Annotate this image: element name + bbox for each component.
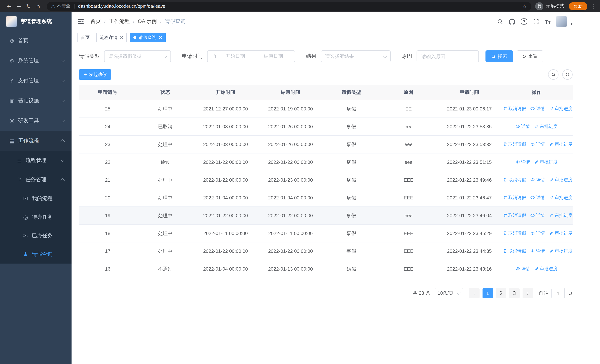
detail-link[interactable]: 详情 (531, 248, 545, 254)
cell-id: 16 (79, 260, 136, 278)
sidebar-item-devtools[interactable]: ⚒ 研发工具 (0, 111, 72, 131)
refresh-icon: ↻ (522, 54, 526, 59)
table-row: 19 处理中 2022-01-22 00:00:00 2022-01-22 00… (79, 207, 572, 224)
approval-progress-link[interactable]: 审批进度 (549, 141, 572, 148)
fullscreen-icon[interactable] (533, 18, 539, 25)
tab-leave-query[interactable]: 请假查询 × (130, 33, 166, 42)
approval-progress-link[interactable]: 审批进度 (534, 123, 558, 130)
approval-progress-link[interactable]: 审批进度 (549, 248, 572, 254)
date-range-picker[interactable]: 开始日期 - 结束日期 (207, 50, 295, 62)
browser-chrome: ← → ↻ ⌂ ⚠ 不安全 dashboard.yudao.iocoder.cn… (0, 0, 600, 12)
pen-icon (549, 142, 554, 147)
goto-page-input[interactable] (552, 288, 565, 299)
browser-update-button[interactable]: 更新 (569, 2, 587, 10)
sidebar-item-leave-query[interactable]: ♟ 请假查询 (0, 245, 72, 263)
browser-reload-icon[interactable]: ↻ (24, 3, 33, 9)
detail-link[interactable]: 详情 (531, 212, 545, 219)
sidebar-item-infrastructure[interactable]: ▣ 基础设施 (0, 91, 72, 111)
cancel-leave-link[interactable]: 取消请假 (503, 141, 526, 148)
chevron-down-icon (61, 78, 65, 82)
close-icon[interactable]: × (159, 35, 162, 40)
address-bar[interactable]: ⚠ 不安全 dashboard.yudao.iocoder.cn/bpm/oa/… (47, 2, 531, 10)
detail-link[interactable]: 详情 (516, 159, 530, 165)
sidebar-collapse-icon[interactable] (77, 18, 84, 25)
approval-progress-link[interactable]: 审批进度 (549, 230, 572, 236)
start-date-input[interactable]: 开始日期 (218, 53, 253, 60)
browser-menu-icon[interactable]: ⋮ (591, 3, 596, 9)
cell-apply-time: 2022-01-22 23:46:04 (438, 207, 501, 224)
detail-link[interactable]: 详情 (531, 141, 545, 148)
sidebar-item-workflow[interactable]: ▤ 工作流程 (0, 131, 72, 151)
tools-icon: ⚒ (7, 118, 16, 124)
approval-progress-link[interactable]: 审批进度 (549, 195, 572, 201)
cancel-leave-link[interactable]: 取消请假 (503, 230, 526, 236)
browser-forward-icon[interactable]: → (14, 3, 24, 9)
sidebar-item-home[interactable]: ⊛ 首页 (0, 31, 72, 51)
page-button-2[interactable]: 2 (496, 288, 506, 299)
total-count: 共 23 条 (413, 290, 430, 297)
caret-down-icon[interactable]: ▾ (571, 21, 572, 27)
breadcrumb-home[interactable]: 首页 (90, 18, 101, 25)
end-date-input[interactable]: 结束日期 (256, 53, 291, 60)
cancel-leave-link[interactable]: 取消请假 (503, 248, 526, 254)
cancel-leave-link[interactable]: 取消请假 (503, 177, 526, 183)
detail-link[interactable]: 详情 (531, 230, 545, 236)
leave-type-select[interactable]: 请选择请假类型 (104, 50, 171, 62)
approval-progress-link[interactable]: 审批进度 (534, 266, 558, 272)
tab-process-detail[interactable]: 流程详情 × (96, 33, 127, 42)
page-size-select[interactable]: 10条/页 (435, 288, 463, 299)
github-icon[interactable] (509, 18, 515, 25)
search-icon[interactable] (497, 18, 503, 25)
result-select[interactable]: 请选择流结果 (321, 50, 391, 62)
warning-icon: ⚠ (51, 3, 55, 9)
cancel-leave-link[interactable]: 取消请假 (503, 212, 526, 219)
site-security-status[interactable]: ⚠ 不安全 (51, 3, 70, 9)
sidebar-item-task-management[interactable]: ⚐ 任务管理 (0, 170, 72, 189)
page-button-1[interactable]: 1 (483, 288, 493, 299)
cell-apply-time: 2022-01-22 23:53:35 (438, 118, 501, 135)
col-id: 申请编号 (79, 85, 136, 100)
toggle-search-button[interactable] (548, 69, 559, 80)
create-leave-button[interactable]: + 发起请假 (79, 69, 111, 80)
browser-back-icon[interactable]: ← (4, 3, 14, 9)
font-size-icon[interactable]: TT (545, 18, 551, 25)
detail-link[interactable]: 详情 (516, 266, 530, 272)
sidebar-item-todo-tasks[interactable]: ◎ 待办任务 (0, 208, 72, 226)
page-button-3[interactable]: 3 (509, 288, 520, 299)
detail-link[interactable]: 详情 (516, 123, 530, 130)
help-icon[interactable]: ? (521, 18, 527, 25)
cell-reason: EEE (379, 224, 438, 242)
approval-progress-link[interactable]: 审批进度 (549, 212, 572, 219)
cell-id: 18 (79, 224, 136, 242)
app-title: 芋道管理系统 (21, 18, 52, 25)
cancel-leave-link[interactable]: 取消请假 (503, 195, 526, 201)
search-button[interactable]: 搜索 (486, 50, 513, 62)
active-dot (133, 36, 136, 39)
prev-page-button[interactable]: ‹ (469, 288, 479, 299)
user-avatar[interactable] (556, 16, 567, 27)
reset-button[interactable]: ↻ 重置 (517, 50, 543, 62)
browser-home-icon[interactable]: ⌂ (33, 3, 43, 9)
table-header: 申请编号 状态 开始时间 结束时间 请假类型 原因 申请时间 操作 (79, 85, 572, 100)
detail-link[interactable]: 详情 (531, 106, 545, 112)
cancel-leave-link[interactable]: 取消请假 (503, 106, 526, 112)
approval-progress-link[interactable]: 审批进度 (549, 177, 572, 183)
sidebar-item-payment[interactable]: ¥ 支付管理 (0, 71, 72, 91)
sidebar-item-process-management[interactable]: ≣ 流程管理 (0, 151, 72, 170)
leave-type-label: 请假类型 (79, 53, 100, 60)
approval-progress-link[interactable]: 审批进度 (534, 159, 558, 165)
tab-home[interactable]: 首页 (77, 33, 93, 42)
approval-progress-link[interactable]: 审批进度 (549, 106, 572, 112)
detail-link[interactable]: 详情 (531, 177, 545, 183)
reason-input[interactable] (417, 50, 479, 62)
eye-icon (531, 142, 535, 147)
app-logo[interactable]: 芋道管理系统 (0, 12, 72, 31)
refresh-table-button[interactable]: ↻ (562, 69, 572, 80)
sidebar-item-done-tasks[interactable]: ✂ 已办任务 (0, 226, 72, 245)
detail-link[interactable]: 详情 (531, 195, 545, 201)
sidebar-item-system[interactable]: ⚙ 系统管理 (0, 51, 72, 71)
close-icon[interactable]: × (120, 35, 123, 40)
bookmark-star-icon[interactable]: ☆ (522, 3, 527, 9)
next-page-button[interactable]: › (523, 288, 533, 299)
sidebar-item-my-process[interactable]: ✉ 我的流程 (0, 189, 72, 208)
